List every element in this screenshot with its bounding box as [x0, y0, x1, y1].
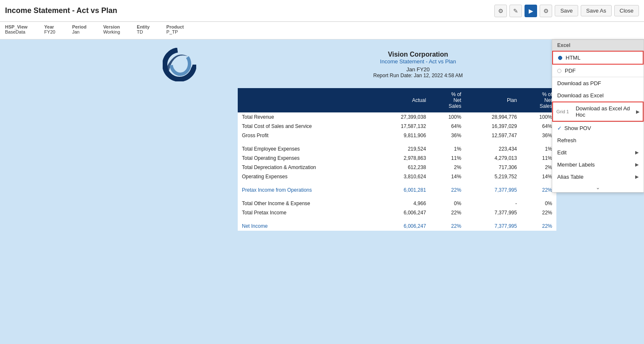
- table-row-actual: 6,006,247: [374, 222, 430, 231]
- table-row: Total Revenue 27,399,038 100% 28,994,776…: [238, 112, 556, 122]
- dropdown-item-html-label: HTML: [566, 55, 580, 61]
- save-as-button[interactable]: Save As: [581, 5, 612, 16]
- dropdown-item-member-labels[interactable]: Member Labels ▶: [552, 159, 644, 171]
- report-table: Actual % ofNetSales Plan % ofNetSales To…: [238, 88, 556, 231]
- dropdown-item-refresh-label: Refresh: [557, 137, 576, 143]
- table-row: Total Operating Expenses 2,978,863 11% 4…: [238, 154, 556, 163]
- table-row-actual: 612,238: [374, 163, 430, 172]
- table-row-plan: 5,219,752: [465, 172, 521, 181]
- dropdown-item-download-excel[interactable]: Download as Excel: [552, 89, 644, 102]
- table-row-pct-plan: 11%: [521, 154, 556, 163]
- header-actions: ⚙ ✎ ▶ ⚙ Save Save As Close: [494, 5, 639, 17]
- table-row-label: Operating Expenses: [238, 172, 374, 181]
- dropdown-item-alias-table[interactable]: Alias Table ▶: [552, 171, 644, 183]
- table-row-plan: 7,377,995: [465, 185, 521, 195]
- edit-pencil-icon[interactable]: ✎: [509, 5, 522, 17]
- dropdown-item-download-pdf-label: Download as PDF: [557, 80, 601, 86]
- dropdown-item-pdf[interactable]: PDF: [552, 65, 644, 77]
- radio-pdf-icon: [557, 69, 561, 73]
- table-row-pct-actual: 1%: [430, 144, 465, 154]
- pov-period: Period Jan: [72, 24, 86, 34]
- table-row-label: Total Revenue: [238, 112, 374, 122]
- table-row-label: Pretax Income from Operations: [238, 185, 374, 195]
- table-row-actual: 2,978,863: [374, 154, 430, 163]
- table-row-pct-actual: 14%: [430, 172, 465, 181]
- table-row-plan: 7,377,995: [465, 222, 521, 231]
- table-row-label: Total Pretax Income: [238, 208, 374, 217]
- table-row: Total Employee Expenses 219,524 1% 223,4…: [238, 144, 556, 154]
- table-row: Total Depreciation & Amortization 612,23…: [238, 163, 556, 172]
- table-row-label: Total Employee Expenses: [238, 144, 374, 154]
- gear-icon[interactable]: ⚙: [540, 5, 552, 17]
- table-row-actual: 9,811,906: [374, 131, 430, 140]
- table-row-actual: 6,006,247: [374, 208, 430, 217]
- table-row-pct-plan: 1%: [521, 144, 556, 154]
- radio-html-icon: [558, 56, 562, 60]
- table-row-plan: 717,306: [465, 163, 521, 172]
- table-row-actual: 3,810,624: [374, 172, 430, 181]
- table-row-plan: 12,597,747: [465, 131, 521, 140]
- dropdown-item-download-excel-adhoc[interactable]: Download as Excel Ad Hoc ▶: [572, 102, 643, 121]
- company-logo: [163, 48, 196, 81]
- table-row-plan: 7,377,995: [465, 208, 521, 217]
- dropdown-item-html[interactable]: HTML: [552, 51, 644, 65]
- close-button[interactable]: Close: [614, 5, 639, 16]
- table-row-pct-plan: 14%: [521, 172, 556, 181]
- pov-hsp-view: HSP_View BaseData: [5, 24, 28, 34]
- dropdown-item-refresh[interactable]: Refresh: [552, 134, 644, 146]
- table-row-pct-actual: 11%: [430, 154, 465, 163]
- arrow-right-icon: ▶: [636, 109, 639, 115]
- col-header-actual: Actual: [374, 88, 430, 112]
- dropdown-item-show-pov-label: Show POV: [564, 125, 591, 131]
- page-title: Income Statement - Act vs Plan: [5, 6, 117, 15]
- table-row: [238, 140, 556, 144]
- col-header-label: [238, 88, 374, 112]
- table-row-pct-plan: 64%: [521, 122, 556, 131]
- table-row-actual: 6,001,281: [374, 185, 430, 195]
- table-row-label: Net Income: [238, 222, 374, 231]
- table-row: Operating Expenses 3,810,624 14% 5,219,7…: [238, 172, 556, 181]
- table-row-pct-plan: 100%: [521, 112, 556, 122]
- table-row-pct-actual: 22%: [430, 208, 465, 217]
- table-row-plan: 4,279,013: [465, 154, 521, 163]
- table-row-label: Total Operating Expenses: [238, 154, 374, 163]
- col-header-pct-actual: % ofNetSales: [430, 88, 465, 112]
- table-row-actual: 17,587,132: [374, 122, 430, 131]
- table-row-pct-plan: 2%: [521, 163, 556, 172]
- settings-icon[interactable]: ⚙: [494, 5, 507, 17]
- chevron-down-icon[interactable]: ⌄: [552, 183, 644, 192]
- table-row-pct-plan: 22%: [521, 222, 556, 231]
- play-icon[interactable]: ▶: [525, 5, 537, 17]
- table-row: [238, 195, 556, 199]
- grid-label: Grid 1: [553, 102, 572, 121]
- col-header-plan: Plan: [465, 88, 521, 112]
- table-row-actual: 219,524: [374, 144, 430, 154]
- table-row-plan: -: [465, 199, 521, 208]
- table-row-plan: 28,994,776: [465, 112, 521, 122]
- dropdown-item-edit-label: Edit: [557, 149, 566, 156]
- table-row-pct-actual: 22%: [430, 222, 465, 231]
- pov-bar: HSP_View BaseData Year FY20 Period Jan V…: [0, 22, 644, 39]
- dropdown-item-show-pov[interactable]: ✓ Show POV: [552, 122, 644, 134]
- pov-year: Year FY20: [44, 24, 55, 34]
- table-row-pct-actual: 2%: [430, 163, 465, 172]
- col-header-pct-plan: % ofNetSales: [521, 88, 556, 112]
- save-button[interactable]: Save: [555, 5, 578, 16]
- table-row-pct-plan: 22%: [521, 208, 556, 217]
- pov-version: Version Working: [103, 24, 120, 34]
- table-header-row: Actual % ofNetSales Plan % ofNetSales: [238, 88, 556, 112]
- table-row-actual: 4,966: [374, 199, 430, 208]
- pov-product: Product P_TP: [166, 24, 184, 34]
- table-row: [238, 217, 556, 222]
- dropdown-item-edit[interactable]: Edit ▶: [552, 146, 644, 159]
- dropdown-item-pdf-label: PDF: [565, 68, 576, 74]
- dropdown-item-download-excel-adhoc-label: Download as Excel Ad Hoc: [576, 105, 636, 118]
- table-row-plan: 16,397,029: [465, 122, 521, 131]
- dropdown-item-download-pdf[interactable]: Download as PDF: [552, 77, 644, 89]
- table-row: [238, 181, 556, 185]
- table-row-pct-plan: 36%: [521, 131, 556, 140]
- dropdown-item-alias-table-label: Alias Table: [557, 174, 584, 180]
- table-row-pct-actual: 0%: [430, 199, 465, 208]
- table-row-actual: 27,399,038: [374, 112, 430, 122]
- dropdown-item-download-excel-label: Download as Excel: [557, 92, 604, 99]
